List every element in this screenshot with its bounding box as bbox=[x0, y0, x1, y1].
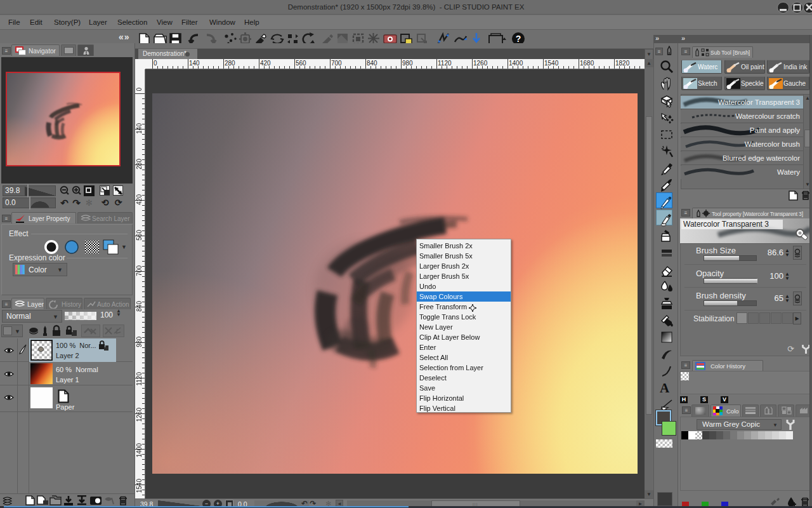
svg-text:?: ? bbox=[516, 34, 521, 44]
